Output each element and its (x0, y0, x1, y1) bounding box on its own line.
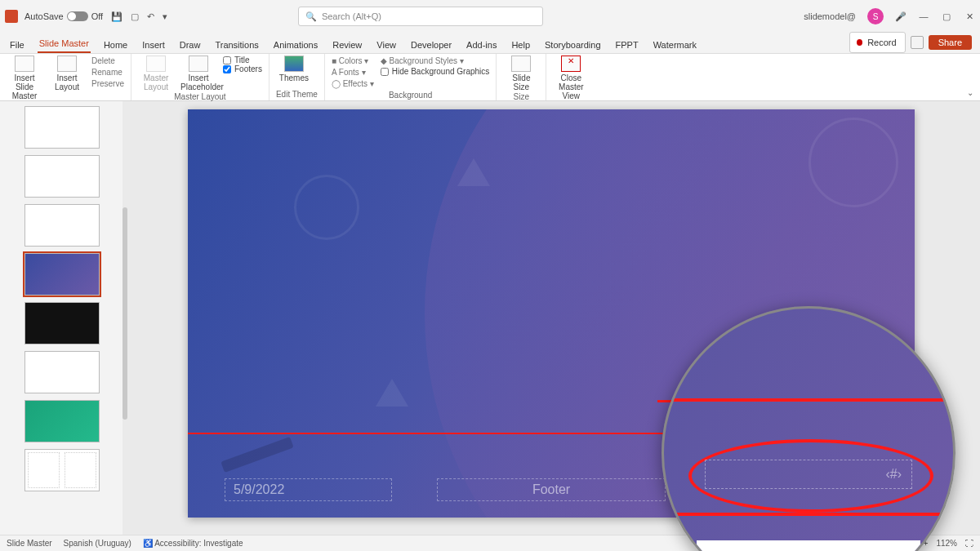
layout-thumbnail-selected[interactable] (24, 253, 100, 295)
annotation-line (664, 398, 953, 402)
tab-draw[interactable]: Draw (178, 37, 203, 53)
ribbon-tabs: File Slide Master Home Insert Draw Trans… (0, 33, 980, 54)
tab-view[interactable]: View (375, 37, 398, 53)
bg-bar-shape (220, 437, 293, 473)
collapse-ribbon-icon[interactable]: ⌄ (967, 88, 973, 97)
tab-review[interactable]: Review (331, 37, 363, 53)
group-label: Edit Theme (276, 89, 318, 100)
tab-watermark[interactable]: Watermark (652, 37, 698, 53)
group-edit-master: Insert Slide Master Insert Layout Delete… (0, 54, 131, 100)
footers-checkbox[interactable]: Footers (223, 64, 262, 73)
thumbnail-pane[interactable] (0, 101, 122, 535)
bg-circle-icon (808, 118, 898, 207)
delete-button[interactable]: Delete (91, 56, 124, 67)
zoom-level[interactable]: 112% (936, 539, 957, 548)
insert-placeholder-button[interactable]: Insert Placeholder (180, 56, 216, 91)
date-placeholder[interactable]: 5/9/2022 (225, 478, 392, 501)
status-bar-zoom: 🖥 Display Settings (697, 540, 920, 551)
search-icon: 🔍 (305, 11, 317, 22)
present-icon[interactable]: ▢ (131, 11, 139, 22)
colors-button[interactable]: ■ Colors ▾ (332, 56, 374, 67)
tab-addins[interactable]: Add-ins (465, 37, 498, 53)
app-icon (5, 10, 18, 23)
title-checkbox[interactable]: Title (223, 56, 262, 64)
account-name[interactable]: slidemodel@ (804, 11, 856, 21)
slide-number-placeholder-zoom: ‹#› (705, 460, 912, 489)
close-button[interactable]: ✕ (964, 11, 975, 22)
themes-button[interactable]: Themes (276, 56, 312, 82)
layout-thumbnail[interactable] (24, 155, 100, 198)
quick-access-toolbar: 💾 ▢ ↶ ▾ (111, 11, 167, 22)
layout-thumbnail[interactable] (24, 351, 100, 393)
accessibility-button[interactable]: ♿ Accessibility: Investigate (143, 539, 243, 548)
record-button[interactable]: Record (849, 32, 905, 53)
insert-layout-button[interactable]: Insert Layout (49, 56, 85, 91)
group-master-layout: Master Layout Insert Placeholder Title F… (131, 54, 270, 100)
tab-home[interactable]: Home (102, 37, 129, 53)
undo-icon[interactable]: ↶ (147, 11, 154, 22)
autosave-toggle[interactable]: AutoSave Off (24, 11, 103, 21)
footer-placeholder[interactable]: Footer (437, 478, 666, 501)
search-placeholder: Search (Alt+Q) (322, 11, 381, 21)
group-label: Background (332, 90, 489, 101)
ribbon: Insert Slide Master Insert Layout Delete… (0, 54, 980, 101)
tab-developer[interactable]: Developer (409, 37, 453, 53)
master-layout-button[interactable]: Master Layout (138, 56, 174, 91)
layout-thumbnail[interactable] (24, 204, 100, 247)
tab-help[interactable]: Help (510, 37, 532, 53)
group-edit-theme: Themes Edit Theme (270, 54, 325, 100)
annotation-line (664, 513, 953, 516)
layout-thumbnail[interactable] (24, 302, 100, 344)
effects-button[interactable]: ◯ Effects ▾ (332, 78, 374, 90)
tab-storyboarding[interactable]: Storyboarding (543, 37, 603, 53)
tab-file[interactable]: File (8, 37, 26, 53)
avatar[interactable]: S (867, 8, 884, 24)
fonts-button[interactable]: A Fonts ▾ (332, 67, 374, 78)
tab-slide-master[interactable]: Slide Master (38, 35, 91, 53)
mic-icon[interactable]: 🎤 (895, 11, 906, 22)
qat-more-icon[interactable]: ▾ (163, 11, 167, 22)
close-master-view-button[interactable]: ✕Close Master View (553, 56, 589, 100)
title-bar: AutoSave Off 💾 ▢ ↶ ▾ 🔍 Search (Alt+Q) sl… (0, 0, 980, 33)
save-icon[interactable]: 💾 (111, 11, 122, 22)
bg-styles-button[interactable]: ◆ Background Styles ▾ (381, 56, 490, 67)
minimize-button[interactable]: — (918, 11, 929, 21)
layout-thumbnail[interactable] (24, 400, 100, 442)
comments-button[interactable] (911, 36, 924, 49)
slide-size-button[interactable]: Slide Size (503, 56, 539, 91)
search-input[interactable]: 🔍 Search (Alt+Q) (298, 7, 543, 26)
tab-animations[interactable]: Animations (272, 37, 319, 53)
autosave-state: Off (91, 11, 103, 21)
autosave-label: AutoSave (24, 11, 64, 21)
preserve-button[interactable]: Preserve (91, 78, 124, 90)
layout-thumbnail[interactable] (24, 449, 100, 491)
rename-button[interactable]: Rename (91, 67, 124, 78)
tab-transitions[interactable]: Transitions (213, 37, 260, 53)
share-button[interactable]: Share (929, 35, 972, 50)
bg-circle-icon (294, 175, 359, 240)
tab-insert[interactable]: Insert (140, 37, 167, 53)
group-size: Slide Size Size (497, 54, 546, 100)
group-close: ✕Close Master View Close (546, 54, 595, 100)
fit-to-window-button[interactable]: ⛶ (965, 539, 973, 548)
hide-bg-checkbox[interactable]: Hide Background Graphics (381, 67, 490, 76)
tab-fppt[interactable]: FPPT (614, 37, 640, 53)
layout-thumbnail[interactable] (24, 106, 100, 149)
maximize-button[interactable]: ▢ (941, 11, 952, 22)
record-dot-icon (857, 39, 862, 46)
view-mode-label: Slide Master (7, 539, 52, 548)
group-background: ■ Colors ▾ A Fonts ▾ ◯ Effects ▾ ◆ Backg… (325, 54, 497, 100)
bg-triangle-icon (376, 379, 408, 407)
toggle-switch[interactable] (67, 11, 88, 21)
language-button[interactable]: Spanish (Uruguay) (64, 539, 131, 548)
bg-triangle-icon (457, 158, 490, 186)
insert-slide-master-button[interactable]: Insert Slide Master (7, 56, 42, 100)
